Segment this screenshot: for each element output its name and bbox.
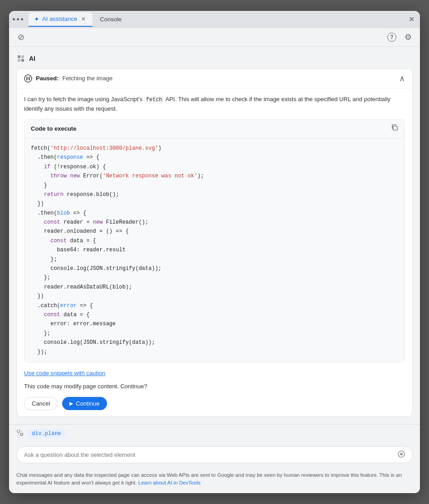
code-line: const reader = new FileReader(); (31, 218, 398, 227)
help-button[interactable]: ? (385, 31, 398, 44)
learn-about-ai-link[interactable]: Learn about AI in DevTools (138, 480, 200, 485)
gear-icon: ⚙ (405, 32, 412, 42)
console-tab-label: Console (100, 16, 122, 23)
code-line: }; (31, 329, 398, 338)
code-line: base64: reader.result (31, 245, 398, 254)
code-header-title: Code to execute (31, 124, 76, 134)
window-menu-dots[interactable] (13, 18, 23, 20)
code-line: .catch(error => { (31, 301, 398, 310)
help-icon: ? (387, 33, 396, 42)
action-buttons: Cancel ▶ Continue (24, 397, 405, 410)
pause-icon (24, 74, 32, 83)
code-line: .then(response => { (31, 153, 398, 162)
svg-rect-1 (21, 55, 24, 58)
ask-input-area (9, 443, 420, 467)
code-line: reader.readAsDataURL(blob); (31, 283, 398, 292)
code-line: .then(blob => { (31, 209, 398, 218)
svg-rect-0 (18, 55, 20, 58)
ai-header: AI (16, 54, 413, 63)
code-line: const data = { (31, 310, 398, 319)
toolbar: ⊘ ? ⚙ (9, 28, 420, 47)
code-line: } (31, 181, 398, 190)
main-content: AI Paused: Fetching the image ∧ (9, 47, 420, 424)
code-line: reader.onloadend = () => { (31, 227, 398, 236)
code-line: return response.blob(); (31, 190, 398, 199)
ai-logo-icon (16, 54, 25, 63)
ai-tab-icon: ✦ (34, 15, 39, 23)
cancel-button[interactable]: Cancel (24, 397, 58, 410)
code-line: }; (31, 273, 398, 282)
paused-description: Fetching the image (63, 75, 113, 82)
fetch-code-inline: fetch (144, 96, 164, 103)
footer-description: Chat messages and any data the inspected… (16, 472, 402, 485)
tab-console[interactable]: Console (94, 12, 127, 27)
svg-rect-2 (18, 59, 20, 62)
code-line: }) (31, 199, 398, 208)
block-icon: ⊘ (18, 32, 24, 42)
ai-panel: Paused: Fetching the image ∧ I can try t… (16, 69, 413, 417)
close-window-button[interactable]: ✕ (407, 13, 416, 25)
svg-rect-5 (17, 430, 20, 432)
element-badge: div.plane (27, 429, 66, 438)
code-line: console.log(JSON.stringify(data)); (31, 338, 398, 347)
element-selector-bar: div.plane (9, 424, 420, 443)
paused-bar: Paused: Fetching the image ∧ (17, 69, 412, 88)
svg-rect-4 (393, 126, 397, 130)
code-block-container: Code to execute fetch('http://localhost:… (24, 119, 405, 362)
continue-button[interactable]: ▶ Continue (62, 397, 107, 410)
code-line: error: error.message (31, 319, 398, 328)
code-header: Code to execute (24, 120, 405, 138)
copy-code-button[interactable] (391, 123, 398, 134)
caution-link[interactable]: Use code snippets with caution (24, 369, 405, 378)
ai-body: I can try to fetch the image using JavaS… (17, 88, 412, 416)
settings-button[interactable]: ⚙ (402, 31, 414, 44)
svg-rect-3 (21, 59, 24, 62)
code-line: }; (31, 255, 398, 264)
play-icon: ▶ (69, 401, 73, 406)
microphone-button[interactable] (398, 450, 405, 459)
ask-input[interactable] (24, 451, 398, 458)
ai-tab-label: AI assistance (42, 15, 77, 22)
code-content: fetch('http://localhost:3000/plane.svg')… (24, 138, 405, 362)
ai-title: AI (29, 55, 35, 62)
ai-tab-close[interactable]: ✕ (80, 15, 87, 23)
paused-label: Paused: (36, 75, 59, 82)
code-line: }) (31, 292, 398, 301)
svg-point-10 (400, 453, 403, 455)
svg-rect-6 (20, 433, 23, 435)
code-line: console.log(JSON.stringify(data)); (31, 264, 398, 273)
ai-description: I can try to fetch the image using JavaS… (24, 95, 405, 114)
element-selector-icon (16, 429, 24, 438)
block-button[interactable]: ⊘ (15, 31, 27, 44)
code-line: if (!response.ok) { (31, 162, 398, 171)
collapse-button[interactable]: ∧ (399, 73, 405, 83)
code-line: const data = { (31, 236, 398, 245)
ask-input-wrapper (16, 446, 413, 463)
continue-label: Continue (76, 400, 99, 407)
tab-ai-assistance[interactable]: ✦ AI assistance ✕ (29, 12, 93, 27)
continue-message: This code may modify page content. Conti… (24, 382, 405, 391)
browser-window: ✦ AI assistance ✕ Console ✕ ⊘ ? ⚙ (9, 11, 420, 493)
code-line: }); (31, 347, 398, 357)
paused-status: Paused: Fetching the image (24, 74, 112, 83)
footer-text: Chat messages and any data the inspected… (9, 467, 420, 494)
code-line: throw new Error('Network response was no… (31, 171, 398, 181)
code-line: fetch('http://localhost:3000/plane.svg') (31, 144, 398, 153)
tab-bar: ✦ AI assistance ✕ Console ✕ (9, 11, 420, 28)
